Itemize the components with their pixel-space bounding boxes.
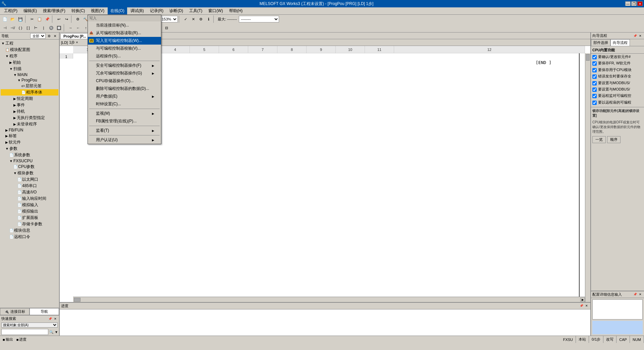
tb-cut[interactable]: ✂ <box>28 15 36 23</box>
menu-item-clock-setting[interactable]: 时钟设置(C)... <box>88 100 161 108</box>
quick-search-go[interactable]: 🔍 <box>49 329 54 335</box>
menu-online[interactable]: 在线(O) <box>108 7 127 14</box>
tree-item-program-body[interactable]: 📄 程序本体 <box>1 89 58 96</box>
tree-item-module-config[interactable]: 📋 模块配置图 <box>1 47 58 53</box>
menu-item-current-target[interactable]: 当前连接目标(N)... <box>88 21 161 29</box>
tb-paste[interactable]: 📌 <box>44 15 51 23</box>
tb2-4[interactable]: [ ] <box>24 24 32 32</box>
right-close-btn[interactable]: ✕ <box>638 34 643 38</box>
menu-item-user-data[interactable]: 用户数据(E) <box>88 93 161 100</box>
wizard-check-7[interactable] <box>592 94 597 98</box>
tb2-10[interactable]: ← <box>74 24 82 32</box>
wizard-check-6[interactable] <box>592 88 597 92</box>
tb2-detail[interactable]: ⊟ <box>163 24 170 32</box>
tb2-8[interactable]: 🔲 <box>55 24 63 32</box>
quick-search-pin[interactable]: 📌 <box>48 316 52 321</box>
tree-item-remote-pw[interactable]: 📄 远程口令 <box>1 234 58 240</box>
wizard-tab-parts[interactable]: 部件选择 <box>591 39 610 46</box>
tree-item-analog-out[interactable]: 📄 模拟输出 <box>1 208 58 215</box>
menu-item-remote-ops[interactable]: 远程操作(S)... <box>88 52 161 60</box>
tb2-2[interactable]: ⊣/ <box>9 24 16 32</box>
menu-view[interactable]: 视图(V) <box>88 7 107 14</box>
zoom-dropdown[interactable]: 153% 100% 200% <box>159 16 178 22</box>
menu-item-safe-plc[interactable]: 安全可编程控制器操作(F) <box>88 62 161 69</box>
tb-undo[interactable]: ↩ <box>55 15 62 23</box>
menu-item-cpu-memory[interactable]: CPU存储器操作(O)... <box>88 77 161 85</box>
tree-item-485[interactable]: 📄 485串口 <box>1 183 58 189</box>
tree-item-ethernet[interactable]: 📄 以太网口 <box>1 176 58 183</box>
config-close[interactable]: ✕ <box>638 292 643 297</box>
wizard-order-btn[interactable]: 顺序 <box>607 136 621 143</box>
tree-item-expansion[interactable]: 📄 扩展面板 <box>1 215 58 221</box>
menu-window[interactable]: 窗口(W) <box>206 7 225 14</box>
tb2-6[interactable]: | <box>40 24 47 32</box>
menu-tools[interactable]: 工具(T) <box>186 7 205 14</box>
tb-new[interactable]: 📄 <box>1 15 9 23</box>
tree-item-unregistered[interactable]: ▶ 未登录程序 <box>1 121 58 127</box>
tree-item-fixed-period[interactable]: ▶ 恒定周期 <box>1 96 58 102</box>
menu-item-fb-property[interactable]: FB属性管理(在线)(P)... <box>88 117 161 125</box>
tree-item-progpou[interactable]: ▼ ProgPou <box>1 77 58 83</box>
menu-item-verify-plc[interactable]: 与可编程控制器校验(V)... <box>88 45 161 52</box>
wizard-check-1[interactable] <box>592 55 597 59</box>
tree-item-params[interactable]: ▼ 参数 <box>1 145 58 152</box>
tree-item-devices[interactable]: ▶ 软元件 <box>1 139 58 145</box>
tree-item-scan[interactable]: ▼ 扫描 <box>1 66 58 72</box>
tb2-5[interactable]: ⊢ <box>32 24 40 32</box>
menu-item-monitor[interactable]: 监视(M) <box>88 110 161 117</box>
nav-tab-navigation[interactable]: 导航 <box>30 308 59 315</box>
wizard-check-3[interactable] <box>592 68 597 72</box>
menu-record[interactable]: 记录(R) <box>147 7 166 14</box>
wizard-check-8[interactable] <box>592 101 597 105</box>
tree-item-standby[interactable]: ▶ 待机 <box>1 108 58 115</box>
tb-settings[interactable]: ⚙ <box>197 15 205 23</box>
tree-item-labels[interactable]: ▶ 标签 <box>1 133 58 139</box>
tb-redo[interactable]: ↪ <box>63 15 70 23</box>
tree-item-local-label[interactable]: 🏷 层部元签 <box>1 83 58 89</box>
quick-search-close[interactable]: ✕ <box>53 316 58 321</box>
tree-item-event[interactable]: ▶ 事件 <box>1 102 58 108</box>
menu-item-user-auth[interactable]: 用户认证(U) <box>88 136 161 144</box>
tree-item-highspeed[interactable]: 📄 高速/I/O <box>1 189 58 195</box>
wizard-check-5[interactable] <box>592 81 597 85</box>
tree-item-cpu-params[interactable]: 📄 CPU参数 <box>1 164 58 170</box>
menu-edit[interactable]: 编辑(E) <box>21 7 40 14</box>
progress-pin[interactable]: 📌 <box>579 303 584 308</box>
tb-open[interactable]: 📂 <box>9 15 16 23</box>
tb-cancel2[interactable]: ✕ <box>190 15 197 23</box>
tree-item-main[interactable]: ▼ MAIN <box>1 72 58 77</box>
nav-tab-connection[interactable]: 🔌 连接目标 <box>0 308 30 315</box>
tree-item-fxsucpu[interactable]: ▼ FXSUCPU <box>1 158 58 164</box>
tb2-9[interactable]: → <box>67 24 74 32</box>
menu-item-redundant-plc[interactable]: 冗余可编程控制器操作(G) <box>88 69 161 77</box>
tree-item-module-params[interactable]: ▼ 模块参数 <box>1 170 58 176</box>
menu-search[interactable]: 搜索/替换(F) <box>40 7 68 14</box>
scroll-right-btn[interactable]: ▶ <box>580 298 585 302</box>
tb-copy[interactable]: 📋 <box>36 15 43 23</box>
tb-info[interactable]: ℹ <box>205 15 212 23</box>
menu-project[interactable]: 工程(P) <box>1 7 20 14</box>
nav-filter[interactable]: 全部 <box>30 33 46 39</box>
menu-item-delete-data[interactable]: 删除可编程控制器的数据(D)... <box>88 85 161 93</box>
quick-search-input[interactable] <box>1 329 48 335</box>
wizard-check-2[interactable] <box>592 61 597 66</box>
tree-item-module-info[interactable]: 📄 模块信息 <box>1 227 58 234</box>
restore-button[interactable]: ❐ <box>631 1 637 6</box>
menu-diagnose[interactable]: 诊断(D) <box>167 7 186 14</box>
quick-search-options[interactable]: ▼ <box>54 329 58 335</box>
menu-convert[interactable]: 转换(C) <box>69 7 88 14</box>
close-button[interactable]: ✕ <box>637 1 643 6</box>
menu-debug[interactable]: 调试(B) <box>128 7 147 14</box>
menu-item-write-to-plc[interactable]: W 写入至可编程控制器(W)... <box>88 37 161 45</box>
nav-settings[interactable]: ⚙ <box>46 33 52 39</box>
tb2-7[interactable]: 🔘 <box>48 24 55 32</box>
menu-help[interactable]: 帮助(H) <box>226 7 246 14</box>
menu-item-read-from-plc[interactable]: 📥 从可编程控制器读取(R)... <box>88 29 161 37</box>
config-pin[interactable]: 📌 <box>633 292 637 297</box>
vertical-scrollbar[interactable] <box>585 53 590 302</box>
max-dropdown[interactable]: -------- <box>239 16 279 22</box>
menu-item-watch[interactable]: 监看(T) <box>88 127 161 134</box>
wizard-tab-wizard[interactable]: 向导流程 <box>610 39 630 46</box>
tree-item-sys-params[interactable]: 📄 系统参数 <box>1 152 58 158</box>
tb-save[interactable]: 💾 <box>17 15 24 23</box>
